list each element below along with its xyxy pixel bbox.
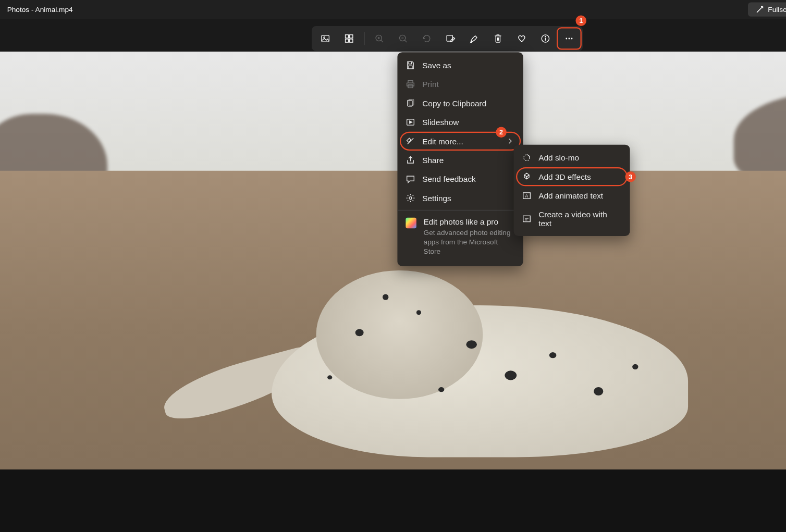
- share-icon: [406, 155, 415, 165]
- menu-edit-more[interactable]: Edit more... 2: [401, 133, 520, 150]
- toolbar-separator: [364, 32, 364, 45]
- view-photo-icon: [320, 33, 330, 44]
- edit-more-icon: [406, 137, 415, 146]
- submenu-slo-mo[interactable]: Add slo-mo: [514, 149, 630, 167]
- print-icon: [406, 79, 415, 89]
- draw-icon: [469, 33, 480, 44]
- menu-settings[interactable]: Settings: [397, 189, 523, 207]
- submenu-3d-effects[interactable]: Add 3D effects 3: [517, 168, 626, 185]
- menu-feedback[interactable]: Send feedback: [397, 169, 523, 188]
- photos-app-window: Photos - Animal.mp4 Fullscreen: [0, 0, 786, 532]
- submenu-animated-text-label: Add animated text: [538, 191, 603, 200]
- svg-rect-8: [346, 39, 349, 42]
- svg-rect-17: [447, 35, 452, 41]
- more-icon: [564, 33, 574, 44]
- menu-share[interactable]: Share: [397, 151, 523, 169]
- chevron-right-icon: [506, 137, 515, 146]
- svg-line-15: [404, 40, 407, 42]
- titlebar: Photos - Animal.mp4 Fullscreen: [0, 0, 786, 19]
- submenu-3d-label: Add 3D effects: [538, 172, 591, 181]
- zoom-in-icon: [374, 33, 385, 44]
- edit-image-icon: [445, 33, 456, 44]
- top-toolbar: 1: [312, 26, 583, 51]
- gear-icon: [406, 193, 415, 203]
- video-viewport[interactable]: [0, 52, 786, 532]
- slideshow-icon: [406, 117, 415, 127]
- svg-rect-6: [346, 35, 349, 38]
- menu-promo[interactable]: Edit photos like a pro Get advanced phot…: [397, 213, 523, 263]
- content-area: 1 Save as Print Copy to Clipboard Slides…: [0, 19, 786, 532]
- info-icon: [540, 33, 550, 44]
- svg-rect-7: [350, 35, 353, 38]
- view-photo-button[interactable]: [314, 29, 337, 49]
- delete-icon: [493, 33, 503, 44]
- promo-title: Edit photos like a pro: [424, 218, 515, 227]
- fullscreen-icon: [755, 5, 764, 14]
- menu-edit-more-label: Edit more...: [422, 137, 463, 145]
- svg-point-30: [409, 197, 412, 200]
- save-icon: [406, 60, 415, 70]
- menu-share-label: Share: [422, 156, 444, 165]
- feedback-icon: [406, 175, 415, 184]
- svg-text:A: A: [525, 193, 529, 199]
- svg-point-22: [568, 38, 570, 40]
- submenu-animated-text[interactable]: A Add animated text: [514, 186, 630, 205]
- edit-image-button[interactable]: [439, 29, 462, 49]
- callout-badge-1: 1: [575, 16, 586, 26]
- more-button[interactable]: 1: [558, 29, 580, 49]
- view-all-icon: [343, 33, 354, 44]
- favorite-button[interactable]: [510, 29, 533, 49]
- rotate-icon: [422, 33, 432, 44]
- edit-more-submenu: Add slo-mo Add 3D effects 3 A Add animat…: [514, 145, 630, 236]
- menu-save-as-label: Save as: [422, 61, 451, 70]
- info-button[interactable]: [534, 29, 557, 49]
- draw-button[interactable]: [463, 29, 485, 49]
- submenu-video-text[interactable]: Create a video with text: [514, 205, 630, 232]
- promo-desc: Get advanced photo editing apps from the…: [424, 228, 515, 256]
- menu-feedback-label: Send feedback: [422, 175, 476, 183]
- svg-rect-35: [523, 216, 531, 221]
- rotate-button[interactable]: [415, 29, 438, 49]
- menu-divider: [397, 210, 523, 211]
- menu-slideshow-label: Slideshow: [422, 118, 459, 127]
- animated-text-icon: A: [522, 191, 531, 200]
- more-menu: Save as Print Copy to Clipboard Slidesho…: [397, 52, 523, 266]
- zoom-in-button[interactable]: [368, 29, 390, 49]
- svg-rect-9: [350, 39, 353, 42]
- submenu-video-text-label: Create a video with text: [538, 210, 621, 228]
- callout-badge-3: 3: [625, 171, 635, 182]
- menu-save-as[interactable]: Save as: [397, 56, 523, 75]
- store-icon: [406, 218, 416, 228]
- view-all-button[interactable]: [338, 29, 360, 49]
- fullscreen-label: Fullscreen: [768, 5, 786, 14]
- callout-badge-2: 2: [496, 127, 506, 138]
- svg-point-23: [571, 38, 573, 40]
- submenu-slo-mo-label: Add slo-mo: [538, 153, 579, 162]
- svg-rect-4: [322, 35, 329, 42]
- video-frame: [0, 52, 786, 532]
- svg-point-5: [324, 37, 325, 38]
- fullscreen-button[interactable]: Fullscreen: [748, 3, 786, 17]
- menu-copy-label: Copy to Clipboard: [422, 98, 486, 107]
- svg-point-21: [566, 38, 567, 40]
- menu-settings-label: Settings: [422, 194, 451, 203]
- heart-icon: [517, 33, 527, 44]
- zoom-out-icon: [398, 33, 408, 44]
- bottom-scrim: [0, 469, 786, 532]
- window-title: Photos - Animal.mp4: [0, 5, 748, 14]
- video-text-icon: [522, 214, 531, 224]
- menu-print: Print: [397, 75, 523, 93]
- svg-rect-24: [408, 81, 413, 83]
- delete-button[interactable]: [487, 29, 509, 49]
- slo-mo-icon: [522, 153, 531, 163]
- svg-point-20: [545, 36, 546, 37]
- svg-line-11: [381, 40, 383, 42]
- menu-copy[interactable]: Copy to Clipboard: [397, 94, 523, 113]
- copy-icon: [406, 98, 415, 108]
- menu-print-label: Print: [422, 80, 439, 89]
- zoom-out-button[interactable]: [392, 29, 414, 49]
- effects-3d-icon: [522, 172, 531, 181]
